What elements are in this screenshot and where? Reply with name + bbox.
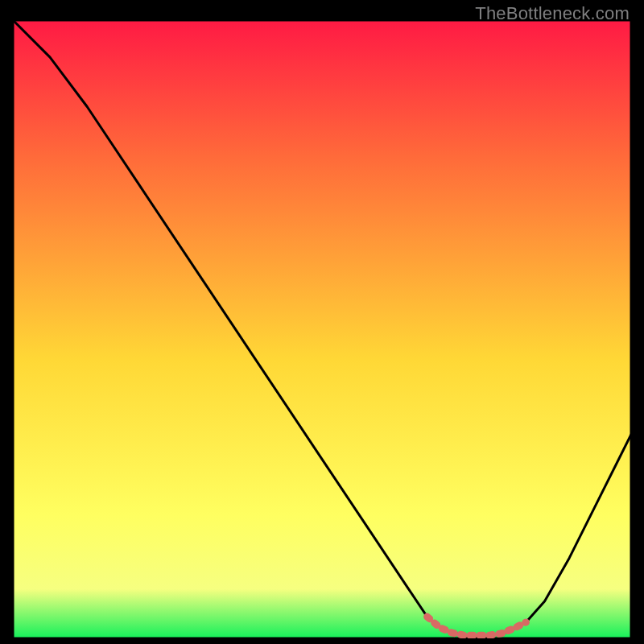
bottleneck-chart [13, 20, 631, 638]
watermark-text: TheBottleneck.com [475, 3, 630, 24]
chart-frame [13, 20, 631, 638]
gradient-background [13, 20, 631, 638]
